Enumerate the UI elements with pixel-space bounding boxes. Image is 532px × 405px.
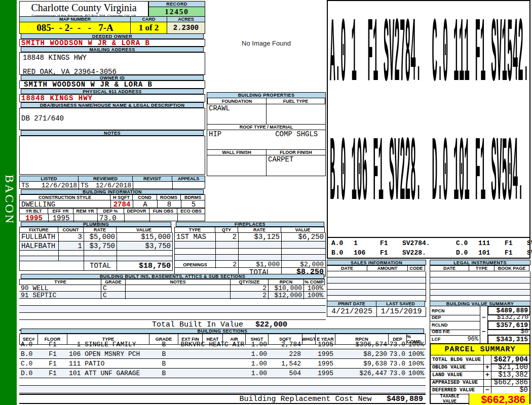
owner-id-header: OWNER ID [21,75,204,80]
building-info-h2: YR BLT EFF YR REM YR DEP % DEPOVR FUN OB… [19,208,205,214]
sales-code-label: CODE [408,265,425,271]
table-row: B.0F1106 OPEN MSNRY PCHB1.002281995$8,23… [19,349,426,359]
physical-address-header: PHYSICAL 911 ADDRESS [21,89,204,94]
sketch-label-line2: B.0 106 F1 SV228. D.0 101 F1 SV504. [330,121,523,227]
table-row [430,284,530,290]
side-strip: BACON [0,0,17,405]
print-date-label: PRINT DATE [327,301,376,307]
sketch-label-line1: A.0 1 F1 SV2784. C.0 111 F1 SV1542. [330,2,529,108]
table-row [19,306,326,313]
fuel-type-label: FUEL TYPE [267,98,325,104]
record-label: RECORD [148,1,205,7]
built-ins-table: 90 WELL C 2 $10,000 100% 91 SEPTIC C 2 $… [19,285,326,331]
photo-area: No Image Found [207,0,326,91]
map-number-label: MAP NUMBER [19,16,131,22]
notes-header: NOTES [21,130,204,136]
legend-row: B.0106F1SV228.D.0101F1SV504. [330,248,527,258]
legal-description-block: DB 271/640 [19,108,205,130]
table-row: HALFBATH 1 $3,750 $3,750 [19,241,173,251]
value-summary-row: LCF96% $343,315 [430,335,530,342]
foundation-label: FOUNDATION [207,98,267,104]
sales-date-label: DATE [327,265,367,271]
last-saved-value: 1/15/2019 [377,307,426,316]
taxable-value-row: TAXABLEVALUE $662,386 [431,393,529,405]
table-row: 90 WELL C 2 $10,000 100% [19,285,326,292]
sales-rows [327,271,426,302]
plumbing-total-value: $18,750 [117,261,172,270]
plumbing-col-headers: FIXTURE COUNT RATE VALUE [19,227,173,232]
deeded-owner-value: SMITH WOODSON W JR & LORA B [19,39,205,47]
taxable-label: TAXABLEVALUE [431,393,469,405]
building-sections-header: BUILDING SECTIONS [21,329,424,334]
table-row: C.0F1111 PATIOB1.001,5421995$9,63873.010… [19,359,426,369]
listed-value: TS12/6/2018 [20,182,79,189]
legal-type-label: TYPE [469,265,495,271]
plumbing-total-label: TOTAL [84,261,117,270]
replacement-cost-value: $489,889 [379,395,425,403]
table-row: FULLBATH 3 $5,000 $15,000 [19,232,173,241]
mailing-address-block: 18848 KINGS HWY RED OAK, VA 23964-3056 [19,52,205,75]
sketch-panel: A.0 1 F1 SV2784. C.0 111 F1 SV1542. B.0 … [327,0,530,237]
no-image-text: No Image Found [242,39,291,91]
map-header-row: MAP NUMBER CARD ACRES [19,16,205,22]
table-row [19,299,326,306]
floor-finish-label: FLOOR FINISH [267,149,325,155]
acres-value: 2.2300 [167,22,205,34]
table-row [19,378,426,386]
table-row [430,271,530,277]
cond-value: A [133,200,158,209]
sales-amount-label: AMOUNT [367,265,408,271]
legal-rows [430,271,530,302]
revisit-value [133,182,173,189]
map-number-value: 085- - 2- - - 7-A [19,22,131,34]
wall-finish-value [207,155,267,176]
replacement-cost-label: Building Replacement Cost New [232,395,379,403]
yrblt-value: 1995 [20,214,49,222]
mailing-line1: 18848 KINGS HWY [21,54,203,62]
table-row [327,271,426,277]
built-ins-col-headers: TYPE GRADE NOTES QTY/SIZE RPCN % COMP [19,279,326,285]
fireplaces-table: 1ST MAS 2 $3,125 $6,250 OPENINGS 2 $1,00… [174,232,326,276]
review-header-row: LISTED REVIEWED REVISIT APPEALS [19,176,205,181]
legal-date-label: DATE [430,265,469,271]
floor-finish-value: CARPET [267,155,325,176]
value-summary-title: BUILDING VALUE SUMMARY [430,301,530,306]
roof-value-row: HIP COMP SHGLS [207,130,325,149]
table-row: D.0F1101 ATT UNF GARAGEB1.005041995$26,4… [19,369,426,378]
physical-address-value: 18848 KINGS HWY [19,94,205,102]
table-row: 91 SEPTIC C 2 $12,000 100% [19,292,326,299]
parcel-summary-row: TOTAL BLDG VALUE $627,904 [431,355,529,363]
taxable-value: $662,386 [469,393,529,405]
building-info-h1: CONSTRUCTION STYLE H SQFT COND ROOMS BDR… [19,194,205,200]
fireplaces-col-headers: TYPE QTY RATE VALUE [174,227,326,232]
county-title: Charlotte County Virginia [20,2,148,14]
side-strip-label: BACON [1,175,16,251]
acres-label: ACRES [167,16,205,22]
remyr-value [74,214,98,222]
table-row [174,255,326,261]
sketch-legend: A.01F1SV2784.C.0111F1SV1542. B.0106F1SV2… [327,237,530,259]
replacement-cost-row: Building Replacement Cost New $489,889 [19,394,426,404]
table-row: 1ST MAS 2 $3,125 $6,250 [174,232,326,241]
parcel-summary-row: OBLDG VALUE + $21,100 [431,363,529,371]
property-card-page: { "colors":{"header_blue":"#B9D8EA","rec… [0,0,532,405]
openings-label: OPENINGS [175,261,216,268]
table-row [430,277,530,284]
print-date-value: 4/21/2025 [327,307,377,316]
sales-title: SALES INFORMATION [327,260,426,265]
table-row [19,386,426,393]
table-row [430,290,530,296]
dep-value: 73.0 [98,214,125,222]
card-value: 1 of 2 [131,22,167,34]
building-properties-title: BUILDING PROPERTIES [207,93,325,98]
building-sections-table: A.0F1 1 SINGLE FAMILYBBRKVRC-HEATC-AIR1.… [19,340,426,393]
parcel-summary-row: APPRAISED VALUE $662,386 [431,378,529,386]
notes-block [19,136,205,175]
value-summary-row: RCLND $357,619 [430,320,530,328]
hsqft-value: 2784 [111,200,133,209]
table-row [327,277,426,284]
building-value-summary-panel: BUILDING VALUE SUMMARY RPCN $489,889 DEP… [430,301,530,342]
plumbing-table: FULLBATH 3 $5,000 $15,000 HALFBATH 1 $3,… [19,232,173,271]
owner-id-value: SMITH WOODSON W JR & LORA B [19,80,205,89]
value-summary-row: DEP − $132,270 [430,313,530,320]
